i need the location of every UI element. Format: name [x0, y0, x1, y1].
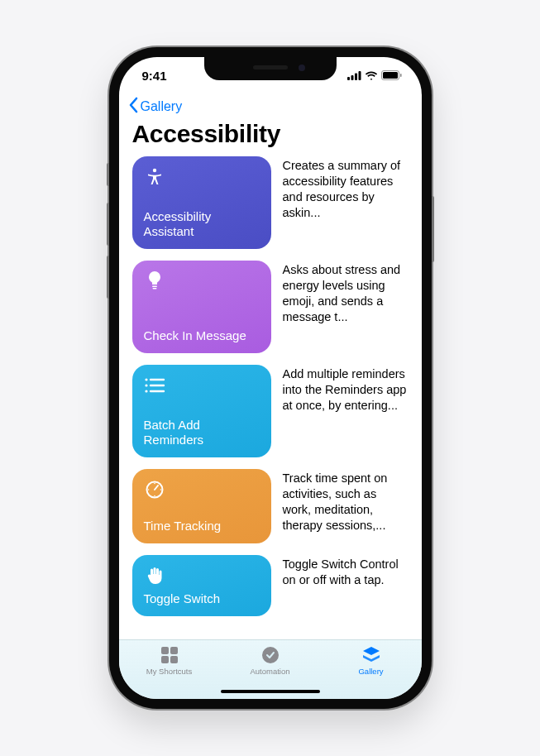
shortcut-title: Batch Add Reminders [144, 418, 260, 447]
shortcut-item[interactable]: Check In Message Asks about stress and e… [132, 261, 409, 353]
list-bullet-icon [144, 375, 165, 396]
svg-point-7 [152, 169, 155, 172]
shortcut-description: Creates a summary of accessibility featu… [283, 156, 409, 249]
svg-rect-9 [152, 288, 156, 289]
shortcut-description: Toggle Switch Control on or off with a t… [283, 555, 409, 616]
shortcut-item[interactable]: Time Tracking Track time spent on activi… [132, 469, 409, 543]
shortcut-card-time-tracking[interactable]: Time Tracking [132, 469, 271, 543]
back-label: Gallery [141, 99, 183, 114]
svg-point-12 [145, 384, 147, 386]
svg-rect-8 [152, 286, 157, 288]
tab-my-shortcuts[interactable]: My Shortcuts [132, 645, 207, 676]
svg-rect-22 [161, 647, 169, 654]
svg-rect-24 [161, 656, 169, 663]
status-time: 9:41 [142, 69, 167, 83]
phone-device-frame: 9:41 Gallery Accessibility [109, 47, 432, 709]
svg-point-20 [147, 489, 149, 490]
shortcut-card-batch-add-reminders[interactable]: Batch Add Reminders [132, 365, 271, 457]
tab-gallery[interactable]: Gallery [334, 645, 409, 676]
svg-rect-5 [383, 72, 398, 79]
shortcut-card-toggle-switch[interactable]: Toggle Switch [132, 555, 271, 616]
tab-label: Gallery [358, 667, 383, 676]
shortcut-description: Add multiple reminders into the Reminder… [283, 365, 409, 457]
svg-rect-1 [351, 75, 353, 80]
svg-point-19 [160, 489, 161, 490]
shortcut-item[interactable]: Batch Add Reminders Add multiple reminde… [132, 365, 409, 457]
nav-bar: Gallery [119, 93, 422, 117]
wifi-icon [365, 69, 378, 83]
tab-label: Automation [250, 667, 289, 676]
shortcut-description: Asks about stress and energy levels usin… [283, 261, 409, 353]
grid-icon [159, 645, 180, 665]
checkmark-seal-icon [260, 645, 281, 665]
shortcut-description: Track time spent on activities, such as … [283, 469, 409, 543]
svg-point-26 [262, 647, 279, 663]
shortcut-title: Accessibility Assistant [144, 209, 260, 239]
shortcut-card-check-in-message[interactable]: Check In Message [132, 261, 271, 353]
svg-point-18 [154, 483, 155, 485]
svg-point-14 [145, 390, 147, 392]
lightbulb-icon [144, 270, 165, 292]
tab-automation[interactable]: Automation [233, 645, 308, 676]
svg-point-10 [145, 378, 147, 380]
shortcut-item[interactable]: Toggle Switch Toggle Switch Control on o… [132, 555, 409, 616]
hand-raised-icon [144, 565, 165, 586]
tab-label: My Shortcuts [146, 667, 192, 676]
gauge-icon [144, 479, 165, 500]
stack-icon [361, 645, 382, 665]
shortcut-title: Check In Message [144, 328, 260, 343]
svg-rect-0 [347, 77, 350, 80]
screen: 9:41 Gallery Accessibility [119, 57, 422, 699]
svg-point-21 [154, 495, 155, 497]
tab-bar: My Shortcuts Automation Gallery [119, 639, 422, 699]
shortcuts-list[interactable]: Accessibility Assistant Creates a summar… [119, 156, 422, 639]
shortcut-card-accessibility-assistant[interactable]: Accessibility Assistant [132, 156, 271, 249]
shortcut-item[interactable]: Accessibility Assistant Creates a summar… [132, 156, 409, 249]
home-indicator[interactable] [221, 690, 320, 693]
page-title: Accessibility [119, 117, 422, 156]
notch [204, 57, 337, 80]
svg-rect-23 [170, 647, 178, 654]
svg-line-17 [155, 486, 158, 490]
chevron-left-icon [127, 97, 139, 117]
svg-rect-25 [170, 656, 178, 663]
svg-rect-6 [400, 74, 402, 77]
accessibility-figure-icon [144, 166, 165, 188]
battery-icon [381, 69, 402, 83]
shortcut-title: Toggle Switch [144, 591, 260, 606]
shortcut-title: Time Tracking [144, 519, 260, 534]
svg-rect-3 [358, 71, 361, 80]
back-button[interactable]: Gallery [127, 97, 183, 117]
cellular-signal-icon [347, 69, 361, 83]
svg-rect-2 [355, 73, 357, 80]
